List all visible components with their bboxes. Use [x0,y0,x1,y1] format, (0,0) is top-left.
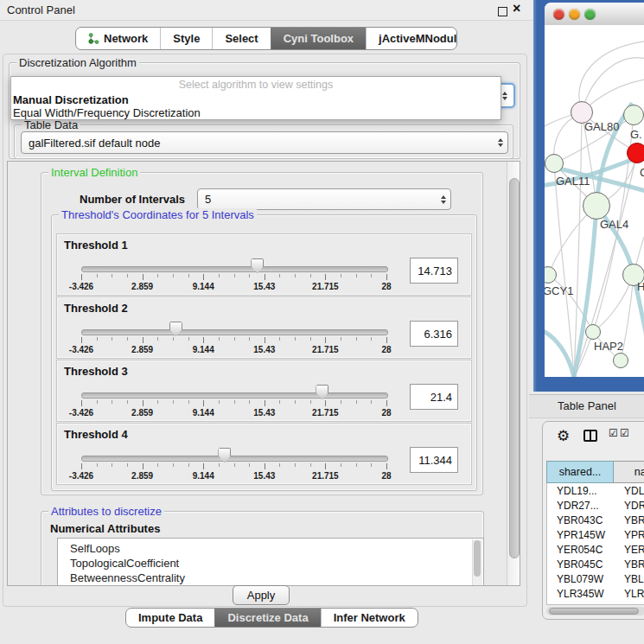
tick-mark [203,400,204,406]
tick-mark [127,337,128,341]
tab-style[interactable]: Style [160,28,212,49]
cell-shared-name: YBR043C [557,513,603,528]
column-header-name[interactable]: name [614,461,644,483]
attribute-item-betweennesscentrality[interactable]: BetweennessCentrality [70,571,450,585]
tick-label: 21.715 [312,471,339,481]
tick-mark [371,400,372,404]
minimize-window-button[interactable] [569,9,580,20]
threshold-slider-track[interactable] [81,266,388,272]
threshold-value-field[interactable]: 21.4 [410,384,458,410]
zoom-window-button[interactable] [584,9,596,20]
group-title: Table Data [22,118,80,131]
table-panel: ⚙ ☑ ☑ shared... name YDL19...YDL1YDR27..… [542,421,644,620]
network-node-gal11[interactable] [545,154,564,173]
tab-impute-data[interactable]: Impute Data [126,609,214,627]
algorithm-option-equal-width-frequency-discretization[interactable]: Equal Width/Frequency Discretization [11,106,501,119]
table-row[interactable]: YIL052CYIL0 [547,602,644,605]
node-label-gcy1: GCY1 [545,284,573,297]
tick-label: 9.144 [193,282,214,291]
tick-mark [265,337,265,343]
tick-mark [143,400,143,406]
column-header-shared-name[interactable]: shared... [546,461,614,483]
table-row[interactable]: YDR27...YDR2 [547,499,644,513]
cell-name: YDL1 [624,484,644,499]
threshold-slider-track[interactable] [81,329,388,335]
combo-spinner-icon[interactable] [437,189,450,209]
tick-mark [295,400,296,404]
threshold-panel-4: Threshold 4-3.4262.8599.14415.4321.71528… [56,423,472,485]
list-scrollbar[interactable] [472,539,482,586]
tick-mark [127,274,128,277]
tab-network[interactable]: Network [76,28,160,49]
numerical-attributes-list[interactable]: SelfLoopsTopologicalCoefficientBetweenne… [57,538,484,586]
tab-label: Style [173,32,200,45]
network-node-g[interactable] [623,105,644,125]
table-row[interactable]: YBL079WYBL0 [547,572,644,587]
tab-label: Select [225,32,258,45]
table-row[interactable]: YDL19...YDL1 [547,484,644,499]
table-row[interactable]: YBR045CYBR0 [547,558,644,572]
float-window-icon[interactable] [498,7,507,16]
threshold-value-field[interactable]: 6.316 [410,321,458,347]
tick-mark [157,274,158,277]
threshold-value-field[interactable]: 14.713 [410,258,458,284]
tab-select[interactable]: Select [212,28,270,49]
tick-mark [188,337,189,341]
cell-shared-name: YBR045C [557,558,603,572]
table-hscrollbar[interactable] [546,607,644,615]
close-panel-icon[interactable]: × [513,1,520,16]
tick-label: 9.144 [193,345,214,354]
settings-scroll-area: Interval Definition Number of Intervals … [7,161,520,586]
network-node-c[interactable] [627,143,644,163]
cell-shared-name: YER054C [557,543,603,558]
tick-mark [188,274,189,277]
network-canvas[interactable]: GAL80G.CGAL11GAL4GCY1HHAP2 [545,25,644,377]
node-label-h: H [637,280,644,293]
numerical-attributes-label: Numerical Attributes [50,522,160,535]
network-window-titlebar[interactable] [545,3,644,27]
checkbox-icon[interactable]: ☑ [620,427,629,439]
threshold-slider-track[interactable] [81,392,388,399]
algorithm-option-manual-discretization[interactable]: Manual Discretization [11,93,501,106]
settings-scrollbar[interactable] [507,162,520,585]
network-node-gal4[interactable] [583,192,610,220]
attribute-item-topologicalcoefficient[interactable]: TopologicalCoefficient [70,556,450,571]
num-intervals-combobox[interactable]: 5 [197,188,451,210]
tick-label: -3.426 [69,282,93,291]
node-label-gal80: GAL80 [584,120,619,133]
tab-discretize-data[interactable]: Discretize Data [214,609,320,627]
threshold-value-field[interactable]: 11.344 [410,447,458,473]
tick-mark [356,337,357,341]
tab-infer-network[interactable]: Infer Network [321,609,418,627]
tick-mark [112,463,112,467]
split-view-icon[interactable] [583,430,597,442]
network-node-hap2[interactable] [585,324,601,340]
tick-mark [219,463,220,467]
gear-icon[interactable]: ⚙ [557,427,570,445]
table-panel-title: Table Panel [558,399,616,412]
combo-spinner-icon[interactable] [494,132,507,153]
table-data-combobox[interactable]: galFiltered.sif default node [21,131,508,154]
network-node[interactable] [613,353,628,368]
threshold-slider-track[interactable] [81,456,388,462]
threshold-label: Threshold 4 [64,428,128,441]
cell-name: YIL0 [624,602,644,605]
tick-mark [188,400,189,404]
tab-jactivemnodules[interactable]: jActiveMNodules [366,28,457,49]
table-row[interactable]: YBR043CYBR0 [547,513,644,528]
checkbox-icon[interactable]: ☑ [609,427,618,439]
tick-label: -3.426 [69,408,93,418]
tab-cyni-toolbox[interactable]: Cyni Toolbox [271,28,366,49]
table-row[interactable]: YLR345WYLR3 [547,587,644,602]
thresholds-group: Threshold's Coordinates for 5 Intervals … [51,214,477,491]
tick-mark [219,274,220,277]
table-row[interactable]: YPR145WYPR1 [547,528,644,543]
tick-mark [188,463,189,467]
tick-mark [112,400,112,404]
interval-definition-group: Interval Definition Number of Intervals … [41,172,483,495]
table-rows: YDL19...YDL1YDR27...YDR2YBR043CYBR0YPR14… [546,483,644,605]
close-window-button[interactable] [553,9,564,20]
attribute-item-selfloops[interactable]: SelfLoops [70,541,450,556]
table-row[interactable]: YER054CYER0 [547,543,644,558]
apply-button[interactable]: Apply [233,585,290,605]
